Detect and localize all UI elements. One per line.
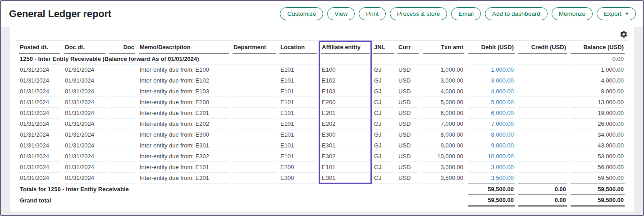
- cell-posted: 01/31/2024: [19, 173, 60, 184]
- grand-total-balance: 59,500.00: [571, 194, 625, 207]
- cell-curr: USD: [397, 108, 419, 119]
- cell-jnl: GJ: [373, 86, 394, 97]
- cell-txn: 9,000.00: [423, 140, 464, 151]
- cell-posted: 01/31/2024: [19, 119, 60, 129]
- cell-department: [233, 162, 276, 173]
- debit-amount-link[interactable]: 8,000.00: [491, 131, 514, 138]
- col-txn-amt[interactable]: Txn amt: [423, 41, 464, 54]
- cell-credit: [518, 75, 567, 86]
- cell-txn: 3,000.00: [423, 75, 464, 86]
- cell-affiliate: E100: [321, 64, 370, 75]
- cell-curr: USD: [397, 64, 419, 75]
- cell-posted: 01/31/2024: [19, 75, 60, 86]
- toolbar-button-view[interactable]: View: [327, 7, 355, 20]
- cell-credit: [518, 108, 567, 119]
- gear-icon[interactable]: [620, 30, 628, 38]
- cell-jnl: GJ: [373, 97, 394, 108]
- cell-affiliate: E300: [321, 129, 370, 140]
- col-doc[interactable]: Doc: [109, 41, 135, 54]
- debit-amount-link[interactable]: 4,000.00: [491, 88, 514, 95]
- cell-posted: 01/31/2024: [19, 64, 60, 75]
- export-button-label: Export: [604, 10, 621, 17]
- col-memo[interactable]: Memo/Description: [139, 41, 229, 54]
- account-group-header-row: 1250 - Inter Entity Receivable (Balance …: [19, 54, 625, 64]
- col-location[interactable]: Location: [279, 41, 317, 54]
- cell-department: [233, 119, 276, 129]
- cell-debit: 7,000.00: [468, 119, 515, 129]
- toolbar-button-print[interactable]: Print: [359, 7, 386, 20]
- debit-amount-link[interactable]: 1,000.00: [491, 66, 514, 73]
- debit-amount-link[interactable]: 5,000.00: [491, 99, 514, 106]
- debit-amount-link[interactable]: 3,000.00: [491, 77, 514, 84]
- col-jnl[interactable]: JNL: [373, 41, 394, 54]
- cell-location: E101: [279, 151, 317, 162]
- cell-balance: 53,000.00: [571, 151, 625, 162]
- cell-doc: [109, 173, 135, 184]
- debit-amount-link[interactable]: 3,000.00: [491, 164, 514, 170]
- cell-credit: [518, 119, 567, 129]
- cell-debit: 6,000.00: [468, 108, 515, 119]
- cell-jnl: GJ: [373, 108, 394, 119]
- balance-forward-amount: 0.00: [571, 54, 625, 64]
- toolbar-button-memorize[interactable]: Memorize: [552, 7, 593, 20]
- general-ledger-report-page: General Ledger report CustomizeViewPrint…: [0, 0, 644, 216]
- debit-amount-link[interactable]: 3,500.00: [491, 175, 514, 181]
- cell-curr: USD: [397, 151, 419, 162]
- col-department[interactable]: Department: [233, 41, 276, 54]
- debit-amount-link[interactable]: 9,000.00: [491, 142, 514, 149]
- cell-posted: 01/31/2024: [19, 108, 60, 119]
- cell-doc-date: 01/31/2024: [64, 64, 105, 75]
- cell-location: E101: [279, 140, 317, 151]
- cell-location: E101: [279, 86, 317, 97]
- cell-doc: [109, 108, 135, 119]
- cell-location: E101: [279, 108, 317, 119]
- cell-curr: USD: [397, 86, 419, 97]
- col-doc-dt[interactable]: Doc dt.: [64, 41, 105, 54]
- table-row: 01/31/202401/31/2024Inter-entity due fro…: [19, 162, 625, 173]
- debit-amount-link[interactable]: 6,000.00: [491, 110, 514, 116]
- export-button[interactable]: Export: [597, 7, 636, 20]
- table-row: 01/31/202401/31/2024Inter-entity due fro…: [19, 86, 625, 97]
- cell-location: E101: [279, 119, 317, 129]
- cell-balance: 26,000.00: [571, 119, 625, 129]
- toolbar-button-process-and-store[interactable]: Process & store: [390, 7, 447, 20]
- col-affiliate-entity[interactable]: Affiliate entity: [321, 41, 370, 54]
- debit-amount-link[interactable]: 7,000.00: [491, 120, 514, 127]
- cell-doc-date: 01/31/2024: [64, 140, 105, 151]
- cell-txn: 3,000.00: [423, 162, 464, 173]
- cell-posted: 01/31/2024: [19, 129, 60, 140]
- cell-department: [233, 64, 276, 75]
- chevron-down-icon: [625, 13, 629, 15]
- col-posted-dt[interactable]: Posted dt.: [19, 41, 60, 54]
- cell-jnl: GJ: [373, 64, 394, 75]
- cell-doc: [109, 75, 135, 86]
- col-debit-usd[interactable]: Debit (USD): [468, 41, 515, 54]
- table-row: 01/31/202401/31/2024Inter-entity due fro…: [19, 97, 625, 108]
- cell-balance: 43,000.00: [571, 140, 625, 151]
- cell-doc-date: 01/31/2024: [64, 119, 105, 129]
- table-header-row: Posted dt. Doc dt. Doc Memo/Description …: [19, 41, 625, 54]
- account-group-label: 1250 - Inter Entity Receivable (Balance …: [19, 54, 464, 64]
- cell-doc: [109, 86, 135, 97]
- cell-affiliate: E301: [321, 140, 370, 151]
- col-balance-usd[interactable]: Balance (USD): [571, 41, 625, 54]
- debit-amount-link[interactable]: 10,000.00: [488, 153, 514, 160]
- report-header: General Ledger report CustomizeViewPrint…: [1, 1, 643, 27]
- cell-affiliate: E103: [321, 86, 370, 97]
- col-curr[interactable]: Curr: [397, 41, 419, 54]
- table-row: 01/31/202401/31/2024Inter-entity due fro…: [19, 108, 625, 119]
- toolbar-button-customize[interactable]: Customize: [280, 7, 323, 20]
- cell-memo: Inter-entity due from: E103: [139, 86, 229, 97]
- cell-jnl: GJ: [373, 162, 394, 173]
- table-row: 01/31/202401/31/2024Inter-entity due fro…: [19, 151, 625, 162]
- cell-doc: [109, 129, 135, 140]
- cell-doc-date: 01/31/2024: [64, 173, 105, 184]
- cell-balance: 59,500.00: [571, 173, 625, 184]
- cell-location: E200: [279, 162, 317, 173]
- report-content: Posted dt. Doc dt. Doc Memo/Description …: [1, 27, 643, 215]
- toolbar-button-email[interactable]: Email: [451, 7, 481, 20]
- cell-posted: 01/31/2024: [19, 140, 60, 151]
- toolbar-button-add-to-dashboard[interactable]: Add to dashboard: [485, 7, 548, 20]
- col-credit-usd[interactable]: Credit (USD): [518, 41, 567, 54]
- grand-total-credit: 0.00: [518, 194, 567, 207]
